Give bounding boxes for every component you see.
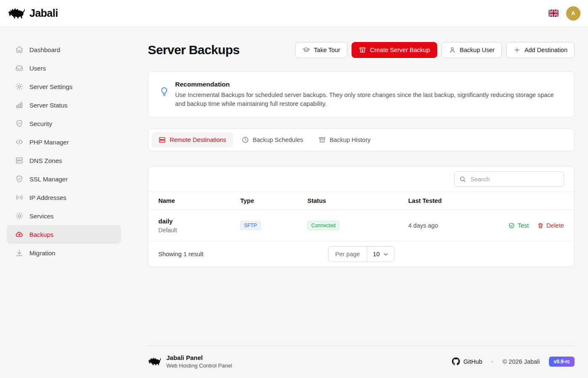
sidebar-item-label: Server Settings <box>29 83 73 90</box>
status-badge: Connected <box>307 221 339 230</box>
inbox-icon <box>15 64 24 72</box>
backup-user-label: Backup User <box>460 47 495 53</box>
per-page-control: Per page 10 <box>328 246 394 262</box>
sidebar-item-server-settings[interactable]: Server Settings <box>7 77 121 96</box>
per-page-select[interactable]: 10 <box>367 247 394 262</box>
code-icon <box>15 138 24 146</box>
sidebar-item-ip-addresses[interactable]: IP Addresses <box>7 188 121 207</box>
boar-logo-icon <box>148 356 161 367</box>
shield-check-icon <box>15 119 24 128</box>
sidebar-item-label: Users <box>29 65 46 72</box>
user-avatar[interactable]: A <box>566 6 580 21</box>
take-tour-label: Take Tour <box>314 47 340 53</box>
column-header-last-tested: Last Tested <box>398 192 471 210</box>
sidebar-item-label: IP Addresses <box>29 194 66 201</box>
sidebar-item-services[interactable]: Services <box>7 207 121 225</box>
sidebar-item-label: Services <box>29 213 54 220</box>
github-link[interactable]: GitHub <box>452 357 482 365</box>
create-server-backup-button[interactable]: Create Server Backup <box>352 42 437 58</box>
download-icon <box>15 249 24 257</box>
column-header-name: Name <box>148 192 230 210</box>
sidebar-item-label: Server Status <box>29 102 68 109</box>
add-destination-button[interactable]: Add Destination <box>506 42 575 58</box>
sidebar-item-backups[interactable]: Backups <box>7 225 121 244</box>
pagination-row: Showing 1 result Per page 10 <box>148 241 574 267</box>
lightbulb-icon <box>159 87 169 108</box>
backup-user-button[interactable]: Backup User <box>441 42 502 58</box>
recommendation-title: Recommendation <box>175 81 562 88</box>
create-server-backup-label: Create Server Backup <box>370 47 430 53</box>
search-box <box>454 171 564 187</box>
backup-tabs: Remote Destinations Backup Schedules Bac… <box>148 129 575 151</box>
broadcast-icon <box>15 193 24 202</box>
sidebar-item-ssl-manager[interactable]: SSL Manager <box>7 170 121 188</box>
shield-check-icon <box>15 175 24 183</box>
trash-icon <box>537 222 544 229</box>
type-badge: SFTP <box>240 221 261 230</box>
sidebar-item-label: PHP Manager <box>29 139 69 146</box>
last-tested-value: 4 days ago <box>408 222 438 229</box>
sidebar-item-dashboard[interactable]: Dashboard <box>7 40 121 59</box>
recommendation-body: Use Incremental Backups for scheduled se… <box>175 91 562 108</box>
column-header-status: Status <box>297 192 398 210</box>
search-icon <box>459 176 466 183</box>
sidebar-item-dns-zones[interactable]: DNS Zones <box>7 151 121 170</box>
test-button[interactable]: Test <box>508 222 529 229</box>
user-icon <box>449 46 456 54</box>
delete-label: Delete <box>546 222 564 229</box>
bar-chart-icon <box>15 101 24 109</box>
search-input[interactable] <box>454 171 564 187</box>
gear-icon <box>15 82 24 91</box>
page-footer: Jabali Panel Web Hosting Control Panel G… <box>148 346 575 378</box>
footer-brand: Jabali Panel <box>166 354 232 361</box>
page-title: Server Backups <box>148 43 239 57</box>
sidebar-item-server-status[interactable]: Server Status <box>7 96 121 114</box>
sidebar-item-label: SSL Manager <box>29 176 68 183</box>
plus-icon <box>513 46 521 54</box>
home-icon <box>15 45 24 54</box>
sidebar-item-migration[interactable]: Migration <box>7 244 121 262</box>
delete-button[interactable]: Delete <box>537 222 564 229</box>
gear-icon <box>15 212 24 220</box>
column-header-actions <box>471 192 574 210</box>
tab-backup-history[interactable]: Backup History <box>312 132 378 147</box>
tab-label: Backup Schedules <box>253 136 303 143</box>
tab-label: Backup History <box>330 136 371 143</box>
server-stack-icon <box>158 136 166 144</box>
uk-flag-icon[interactable] <box>549 10 559 17</box>
sidebar-item-label: Security <box>29 120 52 127</box>
destinations-table: Name Type Status Last Tested daily Defau… <box>148 192 574 241</box>
top-bar: Jabali A <box>0 0 588 27</box>
footer-subtitle: Web Hosting Control Panel <box>166 362 232 369</box>
tab-remote-destinations[interactable]: Remote Destinations <box>152 132 233 147</box>
per-page-label: Per page <box>328 247 367 262</box>
main-content: Server Backups Take Tour Create Server B… <box>128 27 588 378</box>
sidebar: Dashboard Users Server Settings Server S… <box>0 27 128 378</box>
clock-icon <box>242 136 249 144</box>
sidebar-item-label: Backups <box>29 231 54 238</box>
destination-name: daily <box>158 218 220 225</box>
per-page-value: 10 <box>373 251 380 257</box>
version-badge: v0.9-rc <box>549 357 575 367</box>
take-tour-button[interactable]: Take Tour <box>295 42 347 58</box>
graduation-cap-icon <box>302 46 310 54</box>
chevron-down-icon <box>383 251 389 257</box>
boar-logo-icon <box>8 6 25 20</box>
brand[interactable]: Jabali <box>8 6 58 20</box>
brand-name: Jabali <box>29 7 58 19</box>
dot-separator <box>491 361 493 362</box>
sidebar-item-label: Migration <box>29 249 55 257</box>
destination-subtitle: Default <box>158 227 220 234</box>
sidebar-item-label: Dashboard <box>29 46 60 53</box>
add-destination-label: Add Destination <box>525 47 567 53</box>
sidebar-item-label: DNS Zones <box>29 157 62 164</box>
sidebar-item-php-manager[interactable]: PHP Manager <box>7 133 121 151</box>
test-label: Test <box>517 222 529 229</box>
showing-results-text: Showing 1 result <box>158 251 203 257</box>
sidebar-item-security[interactable]: Security <box>7 114 121 133</box>
sidebar-item-users[interactable]: Users <box>7 59 121 77</box>
tab-backup-schedules[interactable]: Backup Schedules <box>235 132 310 147</box>
check-circle-icon <box>508 222 515 229</box>
github-label: GitHub <box>463 358 482 365</box>
copyright-text: © 2026 Jabali <box>502 358 540 365</box>
